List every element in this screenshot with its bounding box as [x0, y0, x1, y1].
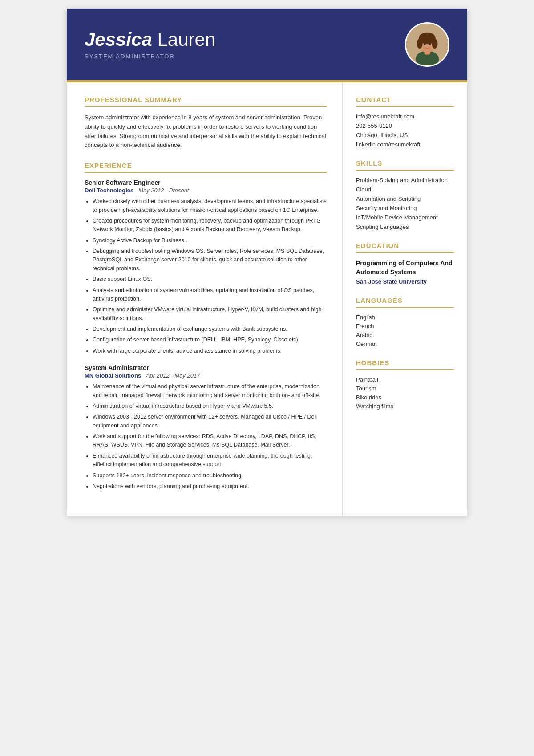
bullet: Configuration of server-based infrastruc… [93, 336, 327, 344]
hobbies-title: HOBBIES [356, 359, 454, 370]
contact-phone: 202-555-0120 [356, 122, 454, 129]
contact-location: Chicago, Illinois, US [356, 132, 454, 138]
job-1-date: May 2012 - Present [138, 187, 189, 194]
svg-point-8 [429, 43, 431, 45]
hobby-0: Paintball [356, 376, 454, 383]
job-2-company: MN Global Solutions [85, 372, 141, 379]
job-2-bullets: Maintenance of the virtual and physical … [85, 382, 327, 491]
bullet: Analysis and elimination of system vulne… [93, 286, 327, 304]
hobby-1: Tourism [356, 385, 454, 392]
languages-section: LANGUAGES English French Arabic German [356, 297, 454, 347]
skills-section: SKILLS Problem-Solving and Administratio… [356, 159, 454, 230]
education-section: EDUCATION Programming of Computers And A… [356, 242, 454, 285]
bullet: Negotiations with vendors, planning and … [93, 482, 327, 491]
summary-text: System administrator with experience in … [85, 113, 327, 150]
skill-3: Security and Monitoring [356, 205, 454, 211]
skills-title: SKILLS [356, 159, 454, 171]
skill-1: Cloud [356, 186, 454, 193]
skill-5: Scripting Languages [356, 224, 454, 230]
languages-title: LANGUAGES [356, 297, 454, 308]
bullet: Development and implementation of exchan… [93, 325, 327, 333]
bullet: Supports 180+ users, incident response a… [93, 471, 327, 480]
candidate-photo [405, 22, 449, 67]
lang-3: German [356, 341, 454, 347]
edu-degree: Programming of Computers And Automated S… [356, 259, 454, 276]
resume-header: Jessica Lauren SYSTEM ADMINISTRATOR [67, 9, 467, 80]
job-2: System Administrator MN Global Solutions… [85, 364, 327, 491]
hobbies-section: HOBBIES Paintball Tourism Bike rides Wat… [356, 359, 454, 410]
job-1-bullets: Worked closely with other business analy… [85, 197, 327, 355]
job-1: Senior Software Engineer Dell Technologi… [85, 179, 327, 355]
bullet: Work and support for the following servi… [93, 432, 327, 450]
education-title: EDUCATION [356, 242, 454, 253]
bullet: Enhanced availability of infrastructure … [93, 452, 327, 469]
bullet: Administration of virtual infrastructure… [93, 402, 327, 411]
svg-point-7 [424, 43, 426, 45]
lang-2: Arabic [356, 332, 454, 338]
svg-point-6 [432, 39, 437, 49]
resume-document: Jessica Lauren SYSTEM ADMINISTRATOR [67, 9, 467, 516]
bullet: Maintenance of the virtual and physical … [93, 382, 327, 400]
main-content: PROFESSIONAL SUMMARY System administrato… [67, 82, 467, 516]
contact-section: CONTACT info@resumekraft.com 202-555-012… [356, 96, 454, 148]
candidate-title: SYSTEM ADMINISTRATOR [85, 53, 215, 60]
summary-section: PROFESSIONAL SUMMARY System administrato… [85, 96, 327, 150]
job-1-company: Dell Technologies [85, 187, 134, 194]
skill-0: Problem-Solving and Administration [356, 177, 454, 183]
lang-0: English [356, 314, 454, 321]
job-2-meta: MN Global Solutions Apr 2012 - May 2017 [85, 372, 327, 379]
contact-linkedin: linkedin.com/resumekraft [356, 141, 454, 148]
job-1-title: Senior Software Engineer [85, 179, 327, 186]
right-column: CONTACT info@resumekraft.com 202-555-012… [343, 82, 467, 516]
bullet: Created procedures for system monitoring… [93, 217, 327, 234]
bullet: Basic support Linux OS. [93, 275, 327, 284]
bullet: Work with large corporate clients, advic… [93, 347, 327, 355]
contact-email: info@resumekraft.com [356, 113, 454, 120]
skill-2: Automation and Scripting [356, 195, 454, 202]
bullet: Worked closely with other business analy… [93, 197, 327, 215]
contact-title: CONTACT [356, 96, 454, 107]
summary-title: PROFESSIONAL SUMMARY [85, 96, 327, 107]
hobby-2: Bike rides [356, 394, 454, 401]
bullet: Debugging and troubleshooting Windows OS… [93, 247, 327, 273]
bullet: Synology Active Backup for Business . [93, 236, 327, 245]
job-2-date: Apr 2012 - May 2017 [146, 372, 200, 379]
skill-4: IoT/Mobile Device Management [356, 214, 454, 221]
lang-1: French [356, 323, 454, 329]
first-name: Jessica [85, 29, 152, 50]
svg-point-5 [417, 39, 423, 49]
edu-school: San Jose State University [356, 278, 454, 285]
bullet: Windows 2003 - 2012 server environment w… [93, 413, 327, 430]
job-1-meta: Dell Technologies May 2012 - Present [85, 187, 327, 194]
candidate-name: Jessica Lauren [85, 29, 215, 50]
header-left: Jessica Lauren SYSTEM ADMINISTRATOR [85, 29, 215, 59]
bullet: Optimize and administer VMware virtual i… [93, 305, 327, 323]
last-name: Lauren [152, 29, 215, 50]
hobby-3: Watching films [356, 403, 454, 410]
job-2-title: System Administrator [85, 364, 327, 371]
left-column: PROFESSIONAL SUMMARY System administrato… [67, 82, 343, 516]
experience-section: EXPERIENCE Senior Software Engineer Dell… [85, 162, 327, 491]
experience-title: EXPERIENCE [85, 162, 327, 173]
